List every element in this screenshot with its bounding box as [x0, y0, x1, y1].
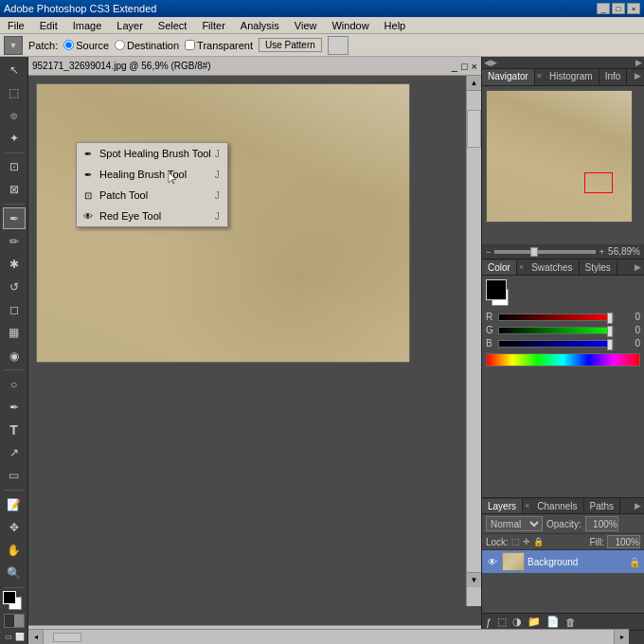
scroll-left-arrow[interactable]: ◂ — [28, 630, 44, 645]
zoom-out-icon[interactable]: − — [486, 247, 491, 257]
green-slider[interactable] — [498, 327, 614, 334]
tab-channels[interactable]: Channels — [531, 499, 583, 513]
color-panel-options-icon[interactable]: ▶ — [632, 260, 644, 274]
eyedropper-tool[interactable]: ✥ — [3, 516, 26, 538]
tab-styles[interactable]: Styles — [580, 260, 617, 275]
navigator-close-icon[interactable]: × — [535, 69, 544, 85]
window-controls[interactable]: _ □ × — [597, 3, 640, 14]
healing-brush-tool[interactable]: ✒ — [3, 207, 26, 229]
foreground-background-colors[interactable] — [3, 591, 26, 613]
lock-pixels-icon[interactable]: ⬚ — [511, 537, 520, 546]
red-slider-thumb[interactable] — [607, 313, 613, 324]
menu-filter[interactable]: Filter — [198, 19, 228, 32]
zoom-slider-thumb[interactable] — [530, 247, 538, 257]
slice-tool[interactable]: ⊠ — [3, 179, 26, 201]
doc-close-button[interactable]: × — [472, 61, 477, 72]
vertical-scrollbar[interactable]: ▲ ▼ — [466, 76, 481, 606]
horizontal-scrollbar[interactable]: ◂ ▸ — [28, 629, 629, 644]
minimize-button[interactable]: _ — [597, 3, 610, 14]
menu-file[interactable]: File — [4, 19, 28, 32]
shape-tool[interactable]: ▭ — [3, 465, 26, 487]
scrollbar-thumb[interactable] — [467, 110, 481, 148]
hand-tool[interactable]: ✋ — [3, 539, 26, 561]
tab-layers[interactable]: Layers — [482, 499, 523, 513]
add-layer-style-button[interactable]: ƒ — [486, 617, 492, 628]
ctx-healing-brush[interactable]: ✒ Healing Brush Tool J — [77, 164, 227, 185]
layers-panel-options-icon[interactable]: ▶ — [632, 499, 644, 512]
transparent-checkbox[interactable] — [185, 40, 195, 50]
green-slider-thumb[interactable] — [607, 326, 613, 337]
brush-tool[interactable]: ✏ — [3, 230, 26, 252]
clone-stamp-tool[interactable]: ✱ — [3, 253, 26, 275]
canvas-wrapper[interactable]: ✒ Spot Healing Brush Tool J ✒ Healing Br… — [28, 76, 481, 625]
close-button[interactable]: × — [627, 3, 640, 14]
lock-position-icon[interactable]: ✛ — [523, 537, 530, 546]
new-fill-layer-button[interactable]: ◑ — [512, 616, 522, 628]
maximize-button[interactable]: □ — [612, 3, 625, 14]
blue-slider[interactable] — [498, 340, 614, 348]
pattern-preview[interactable] — [328, 36, 349, 55]
ctx-red-eye[interactable]: 👁 Red Eye Tool J — [77, 206, 227, 226]
new-layer-button[interactable]: 📄 — [546, 616, 560, 628]
transparent-option[interactable]: Transparent — [185, 40, 253, 51]
hscroll-thumb[interactable] — [53, 633, 81, 642]
lasso-tool[interactable]: ⌾ — [3, 104, 26, 126]
type-tool[interactable]: T — [3, 419, 26, 440]
panel-collapse-bar[interactable]: ◀▶ ▶ — [482, 57, 644, 69]
menu-select[interactable]: Select — [154, 19, 191, 32]
ctx-patch-tool[interactable]: ⊡ Patch Tool J — [77, 185, 227, 206]
tool-preset-picker[interactable]: ▼ — [4, 36, 23, 55]
move-tool[interactable]: ↖ — [3, 59, 26, 80]
menu-view[interactable]: View — [291, 19, 321, 32]
delete-layer-button[interactable]: 🗑 — [565, 617, 576, 628]
menu-analysis[interactable]: Analysis — [237, 19, 283, 32]
tab-navigator[interactable]: Navigator — [482, 69, 535, 85]
source-option[interactable]: Source — [63, 40, 109, 51]
red-slider[interactable] — [498, 313, 614, 321]
marquee-tool[interactable]: ⬚ — [3, 81, 26, 103]
blend-mode-select[interactable]: Normal — [486, 516, 543, 531]
scroll-right-arrow[interactable]: ▸ — [614, 630, 629, 645]
doc-maximize-button[interactable]: □ — [461, 61, 468, 72]
scrollbar-down-arrow[interactable]: ▼ — [467, 572, 481, 587]
color-close-icon[interactable]: × — [517, 260, 526, 274]
layers-close-icon[interactable]: × — [523, 499, 531, 512]
new-group-button[interactable]: 📁 — [528, 616, 541, 628]
lock-all-icon[interactable]: 🔒 — [533, 537, 544, 546]
quick-mask-mode[interactable] — [4, 614, 25, 628]
tab-histogram[interactable]: Histogram — [544, 69, 599, 85]
menu-edit[interactable]: Edit — [36, 19, 62, 32]
path-select-tool[interactable]: ↗ — [3, 442, 26, 464]
eraser-tool[interactable]: ◻ — [3, 299, 26, 321]
tab-info[interactable]: Info — [599, 69, 628, 85]
zoom-slider[interactable] — [494, 250, 596, 254]
layer-visibility-toggle[interactable]: 👁 — [486, 557, 499, 567]
notes-tool[interactable]: 📝 — [3, 493, 26, 515]
crop-tool[interactable]: ⊡ — [3, 156, 26, 178]
foreground-color-swatch[interactable] — [3, 591, 16, 604]
menu-layer[interactable]: Layer — [113, 19, 147, 32]
menu-window[interactable]: Window — [328, 19, 372, 32]
add-mask-button[interactable]: ⬚ — [497, 616, 507, 628]
history-brush-tool[interactable]: ↺ — [3, 276, 26, 297]
source-radio[interactable] — [63, 40, 74, 50]
gradient-tool[interactable]: ▦ — [3, 322, 26, 344]
foreground-color[interactable] — [486, 279, 507, 300]
fill-input[interactable] — [607, 535, 640, 548]
pen-tool[interactable]: ✒ — [3, 396, 26, 418]
dodge-tool[interactable]: ○ — [3, 373, 26, 395]
opacity-input[interactable] — [585, 516, 618, 531]
tab-color[interactable]: Color — [482, 260, 517, 275]
zoom-tool[interactable]: 🔍 — [3, 562, 26, 583]
magic-wand-tool[interactable]: ✦ — [3, 128, 26, 150]
background-layer-row[interactable]: 👁 Background 🔒 — [482, 550, 644, 573]
tab-paths[interactable]: Paths — [584, 499, 621, 513]
doc-minimize-button[interactable]: _ — [452, 61, 457, 72]
destination-radio[interactable] — [115, 40, 125, 50]
color-spectrum[interactable] — [486, 353, 640, 367]
menu-help[interactable]: Help — [381, 19, 410, 32]
blue-slider-thumb[interactable] — [607, 339, 613, 350]
panel-options-icon[interactable]: ▶ — [632, 69, 644, 85]
menu-image[interactable]: Image — [69, 19, 106, 32]
use-pattern-button[interactable]: Use Pattern — [259, 38, 322, 52]
